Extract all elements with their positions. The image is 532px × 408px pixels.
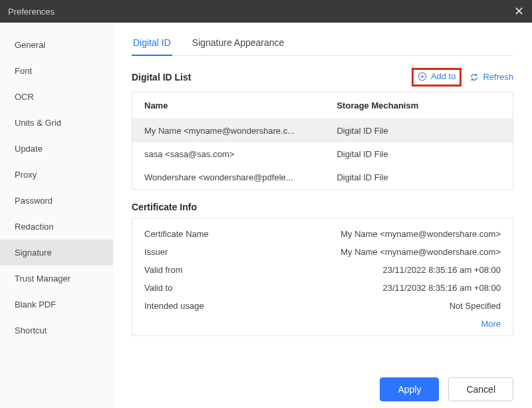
sidebar-item-update[interactable]: Update [0,136,113,162]
sidebar-item-blank-pdf[interactable]: Blank PDF [0,292,113,317]
add-to-highlight: Add to [412,68,462,87]
cert-row: Intended usage Not Specified [144,297,501,315]
col-header-storage: Storage Mechanism [336,101,501,110]
cell-storage: Digital ID File [336,126,501,136]
tab-digital-id[interactable]: Digital ID [132,32,172,56]
window-title: Preferences [8,7,55,17]
sidebar-item-ocr[interactable]: OCR [0,84,113,110]
tab-signature-appearance[interactable]: Signature Appearance [191,32,286,55]
cert-label: Certificate Name [144,229,209,239]
cell-storage: Digital ID File [336,172,501,182]
table-row[interactable]: Wondershare <wondershare@pdfele... Digit… [132,166,513,189]
tabs: Digital ID Signature Appearance [132,32,513,56]
add-to-button[interactable]: Add to [418,71,456,81]
cert-value: 23/11/2032 8:35:16 am +08:00 [383,283,501,293]
cell-name: Wondershare <wondershare@pdfele... [144,172,336,182]
cell-storage: Digital ID File [336,149,501,159]
sidebar-item-trust-manager[interactable]: Trust Manager [0,266,113,292]
cert-row: Certificate Name My Name <myname@wonders… [144,225,501,243]
cert-label: Intended usage [144,301,204,311]
cancel-button[interactable]: Cancel [448,377,513,401]
main-panel: Digital ID Signature Appearance Digital … [113,23,532,408]
sidebar-item-redaction[interactable]: Redaction [0,214,113,240]
cert-row: Valid to 23/11/2032 8:35:16 am +08:00 [144,279,501,297]
sidebar: General Font OCR Units & Grid Update Pro… [0,23,113,408]
col-header-name: Name [144,101,336,110]
digital-id-list-actions: Add to Refresh [412,68,513,87]
sidebar-item-password[interactable]: Password [0,188,113,214]
refresh-label: Refresh [483,72,513,82]
cert-row: Issuer My Name <myname@wondershare.com> [144,243,501,261]
cert-label: Issuer [144,247,168,257]
cert-row: Valid from 23/11/2022 8:35:16 am +08:00 [144,261,501,279]
sidebar-item-general[interactable]: General [0,32,113,58]
cert-value: 23/11/2022 8:35:16 am +08:00 [383,265,501,275]
cell-name: My Name <myname@wondershare.c... [144,126,336,136]
dialog-footer: Apply Cancel [132,368,513,401]
sidebar-item-signature[interactable]: Signature [0,240,113,266]
cert-value: My Name <myname@wondershare.com> [340,229,501,239]
digital-id-list-title: Digital ID List [132,72,191,83]
sidebar-item-units-grid[interactable]: Units & Grid [0,110,113,136]
add-to-label: Add to [431,71,456,81]
table-row[interactable]: My Name <myname@wondershare.c... Digital… [132,119,513,142]
dialog-body: General Font OCR Units & Grid Update Pro… [0,23,532,408]
certificate-info-title: Certificate Info [132,202,513,212]
sidebar-item-proxy[interactable]: Proxy [0,162,113,188]
digital-id-list-head: Digital ID List Add to Refresh [132,68,513,87]
digital-id-table: Name Storage Mechanism My Name <myname@w… [132,92,513,190]
apply-button[interactable]: Apply [380,377,439,401]
plus-circle-icon [418,72,427,81]
table-row[interactable]: sasa <sasa@sas.com> Digital ID File [132,142,513,166]
titlebar: Preferences ✕ [0,0,532,23]
more-link-container: More [144,315,501,329]
cert-label: Valid from [144,265,183,275]
refresh-button[interactable]: Refresh [469,72,513,82]
cert-label: Valid to [144,283,172,293]
sidebar-item-shortcut[interactable]: Shortcut [0,317,113,343]
cert-value: My Name <myname@wondershare.com> [340,247,501,257]
table-header: Name Storage Mechanism [132,93,513,119]
refresh-icon [469,73,479,82]
close-icon[interactable]: ✕ [514,5,524,17]
sidebar-item-font[interactable]: Font [0,58,113,84]
cert-value: Not Specified [450,301,501,311]
cell-name: sasa <sasa@sas.com> [144,149,336,159]
more-link[interactable]: More [481,319,501,329]
certificate-info-box: Certificate Name My Name <myname@wonders… [132,218,513,336]
